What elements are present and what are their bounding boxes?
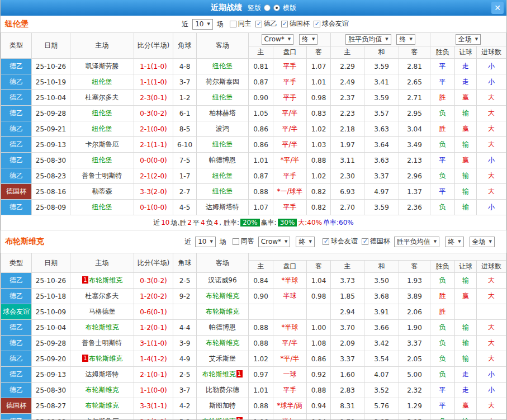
team-link[interactable]: 普鲁士明斯特 <box>82 172 122 180</box>
away-team[interactable]: 比勒费尔德 <box>197 383 249 398</box>
team-link[interactable]: 纽伦堡 <box>92 203 112 211</box>
team-link[interactable]: 布轮斯维克 <box>206 292 239 300</box>
team-link[interactable]: 杜塞尔多夫 <box>86 292 119 300</box>
away-team[interactable]: 纽伦堡 <box>197 168 249 184</box>
team-link[interactable]: 帕德博恩 <box>209 156 236 164</box>
away-team[interactable]: 柏林赫塔 <box>197 106 249 121</box>
odds-source-select[interactable]: Crow* ▼ <box>258 237 291 247</box>
away-team[interactable]: 艾禾斯堡 <box>197 351 249 367</box>
team-link[interactable]: 纽伦堡 <box>92 78 112 86</box>
away-team[interactable]: 布轮斯维克 <box>197 289 249 304</box>
home-team[interactable]: 布轮斯维克 <box>70 383 134 398</box>
home-team[interactable]: 纽伦堡 <box>70 106 134 121</box>
team-link[interactable]: 布轮斯维克 <box>206 339 239 347</box>
team-link[interactable]: 卡尔斯鲁厄 <box>86 417 119 420</box>
team-link[interactable]: 布轮斯维克 <box>202 417 236 420</box>
home-team[interactable]: 纽伦堡 <box>70 153 134 168</box>
home-team[interactable]: 1布轮斯维克 <box>70 351 134 367</box>
odds-time-select[interactable]: 终 ▼ <box>299 34 318 45</box>
team-link[interactable]: 斯图加特 <box>209 402 236 409</box>
team-link[interactable]: 汉诺威96 <box>208 276 236 284</box>
filter-option[interactable]: 球会友谊 <box>314 19 349 29</box>
away-team[interactable]: 布轮斯维克1 <box>197 414 249 420</box>
team-link[interactable]: 达姆斯塔特 <box>206 203 239 211</box>
team-link[interactable]: 凯泽斯劳滕 <box>86 62 119 70</box>
team-link[interactable]: 荷尔斯泰因 <box>206 78 239 86</box>
team-link[interactable]: 纽伦堡 <box>212 172 233 180</box>
team-link[interactable]: 布轮斯维克 <box>86 386 119 394</box>
away-team[interactable]: 纽伦堡 <box>197 90 249 106</box>
home-team[interactable]: 凯泽斯劳滕 <box>70 59 134 74</box>
team-link[interactable]: 布轮斯维克 <box>86 402 119 409</box>
odds-source-select[interactable]: Crow* ▼ <box>262 34 294 45</box>
home-team[interactable]: 达姆斯塔特 <box>70 367 134 383</box>
team-link[interactable]: 勒蒂森 <box>92 187 112 195</box>
checkbox-icon[interactable] <box>281 21 288 27</box>
home-team[interactable]: 卡尔斯鲁厄 <box>70 414 134 420</box>
team-link[interactable]: 布轮斯维克 <box>89 276 122 284</box>
team-link[interactable]: 艾禾斯堡 <box>209 355 236 362</box>
filter-option[interactable]: 同主 <box>230 19 252 29</box>
team-link[interactable]: 布轮斯维克 <box>206 308 239 315</box>
team-link[interactable]: 布轮斯维克 <box>89 355 122 362</box>
away-team[interactable]: 布轮斯维克 <box>197 336 249 351</box>
home-team[interactable]: 杜塞尔多夫 <box>70 90 134 106</box>
away-team[interactable]: 达姆斯塔特 <box>197 200 249 215</box>
team-link[interactable]: 马格德堡 <box>89 308 116 315</box>
avg-time-select[interactable]: 终 ▼ <box>396 34 415 45</box>
home-team[interactable]: 卡尔斯鲁厄 <box>70 137 134 153</box>
team-link[interactable]: 比勒费尔德 <box>206 386 239 394</box>
team-link[interactable]: 纽伦堡 <box>212 140 233 148</box>
checkbox-icon[interactable] <box>233 238 239 245</box>
team-link[interactable]: 杜塞尔多夫 <box>86 93 119 101</box>
team-link[interactable]: 纽伦堡 <box>92 125 112 133</box>
filter-option[interactable]: 德国杯 <box>281 19 310 29</box>
team-link[interactable]: 纽伦堡 <box>92 156 112 164</box>
filter-option[interactable]: 德国杯 <box>362 237 390 246</box>
home-team[interactable]: 纽伦堡 <box>70 121 134 137</box>
scope-select[interactable]: 全场 ▼ <box>470 237 495 247</box>
team-link[interactable]: 纽伦堡 <box>92 109 112 117</box>
home-team[interactable]: 布轮斯维克 <box>70 398 134 414</box>
away-team[interactable]: 汉诺威96 <box>197 273 249 289</box>
match-count-select[interactable]: 10 ▼ <box>192 19 213 30</box>
vertical-mode-radio[interactable] <box>264 4 271 11</box>
away-team[interactable]: 帕德博恩 <box>197 320 249 336</box>
home-team[interactable]: 普鲁士明斯特 <box>70 168 134 184</box>
team-link[interactable]: 纽伦堡 <box>212 62 233 70</box>
filter-option[interactable]: 德乙 <box>255 19 277 29</box>
filter-option[interactable]: 同客 <box>233 237 254 246</box>
home-team[interactable]: 马格德堡 <box>70 304 134 320</box>
odds-time-select[interactable]: 终 ▼ <box>296 237 314 247</box>
away-team[interactable]: 纽伦堡 <box>197 137 249 153</box>
away-team[interactable]: 帕德博恩 <box>197 153 249 168</box>
avg-time-select[interactable]: 终 ▼ <box>445 237 463 247</box>
scope-select[interactable]: 全场 ▼ <box>456 34 481 45</box>
team-link[interactable]: 柏林赫塔 <box>209 109 236 117</box>
team-link[interactable]: 帕德博恩 <box>209 323 236 331</box>
horizontal-mode-label[interactable]: 横版 <box>283 3 296 13</box>
home-team[interactable]: 纽伦堡 <box>70 200 134 215</box>
checkbox-icon[interactable] <box>362 238 368 245</box>
away-team[interactable]: 布轮斯维克 <box>197 304 249 320</box>
home-team[interactable]: 杜塞尔多夫 <box>70 289 134 304</box>
avg-type-select[interactable]: 胜平负均值 ▼ <box>345 34 391 45</box>
team-link[interactable]: 布轮斯维克 <box>86 323 119 331</box>
away-team[interactable]: 波鸿 <box>197 121 249 137</box>
vertical-mode-label[interactable]: 竖版 <box>248 3 261 13</box>
team-link[interactable]: 达姆斯塔特 <box>86 370 119 378</box>
match-count-select[interactable]: 10 ▼ <box>195 237 216 247</box>
home-team[interactable]: 普鲁士明斯特 <box>70 336 134 351</box>
home-team[interactable]: 布轮斯维克 <box>70 320 134 336</box>
team-link[interactable]: 卡尔斯鲁厄 <box>86 140 119 148</box>
team-link[interactable]: 普鲁士明斯特 <box>82 339 122 347</box>
filter-option[interactable]: 球会友谊 <box>323 237 358 246</box>
checkbox-icon[interactable] <box>230 21 236 27</box>
away-team[interactable]: 纽伦堡 <box>197 184 249 200</box>
avg-type-select[interactable]: 胜平负均值 ▼ <box>394 237 439 247</box>
away-team[interactable]: 荷尔斯泰因 <box>197 74 249 90</box>
home-team[interactable]: 纽伦堡 <box>70 74 134 90</box>
horizontal-mode-radio[interactable] <box>273 4 280 11</box>
away-team[interactable]: 纽伦堡 <box>197 59 249 74</box>
home-team[interactable]: 勒蒂森 <box>70 184 134 200</box>
